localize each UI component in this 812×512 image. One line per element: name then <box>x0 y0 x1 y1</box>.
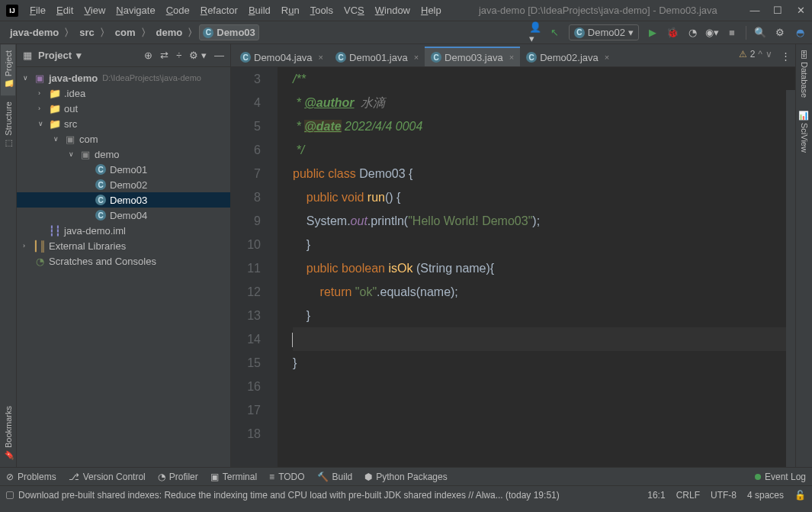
close-tab-icon[interactable]: × <box>319 53 323 62</box>
menu-help[interactable]: Help <box>416 5 447 16</box>
close-tab-icon[interactable]: × <box>509 53 514 62</box>
project-tree[interactable]: ∨▣java-demoD:\IdeaProjects\java-demo ›📁.… <box>17 67 230 467</box>
breadcrumb-item[interactable]: java-demo <box>6 24 63 40</box>
line-separator[interactable]: CRLF <box>676 490 700 501</box>
tool-tab-structure[interactable]: ⬚Structure <box>1 95 15 155</box>
settings-icon[interactable]: ⚙ <box>774 27 786 39</box>
editor-tab[interactable]: CDemo04.java× <box>234 47 329 66</box>
stop-button[interactable]: ■ <box>726 27 738 39</box>
build-icon[interactable]: ↖ <box>549 27 561 39</box>
caret-position[interactable]: 16:1 <box>647 490 665 501</box>
tool-tab-database[interactable]: 🗄Database <box>796 44 812 104</box>
options-icon[interactable]: ⚙ ▾ <box>189 50 207 61</box>
sidebar-title[interactable]: Project ▾ <box>38 50 82 61</box>
text-caret <box>292 333 293 347</box>
tree-scratches[interactable]: ◔Scratches and Consoles <box>17 253 230 269</box>
expand-icon[interactable]: ⇄ <box>160 50 168 61</box>
tree-folder-src[interactable]: ∨📁src <box>17 116 230 131</box>
menu-edit[interactable]: Edit <box>51 5 79 16</box>
editor-tab[interactable]: CDemo02.java× <box>520 47 615 66</box>
menu-run[interactable]: Run <box>276 5 305 16</box>
bottom-tool-bar: ⊘Problems ⎇Version Control ◔Profiler ▣Te… <box>0 467 812 485</box>
bottom-tab-todo[interactable]: ≡TODO <box>269 472 304 482</box>
tree-root[interactable]: ∨▣java-demoD:\IdeaProjects\java-demo <box>17 70 230 85</box>
tree-file-demo01[interactable]: CDemo01 <box>17 162 230 177</box>
class-icon: C <box>574 27 585 38</box>
tree-folder-out[interactable]: ›📁out <box>17 101 230 116</box>
code-editor[interactable]: 3456789101112131415161718 /** * @author … <box>231 67 795 467</box>
editor-tabs: CDemo04.java× CDemo01.java× CDemo03.java… <box>231 44 795 67</box>
inspection-badge[interactable]: ⚠2 ^ ∨ <box>739 49 772 60</box>
run-button[interactable]: ▶ <box>647 27 659 39</box>
project-pane-icon: ▦ <box>23 50 32 61</box>
ide-icon[interactable]: ◓ <box>794 27 806 39</box>
tree-file-demo04[interactable]: CDemo04 <box>17 208 230 223</box>
sidebar-header: ▦ Project ▾ ⊕ ⇄ ÷ ⚙ ▾ — <box>17 44 230 67</box>
menu-tools[interactable]: Tools <box>305 5 339 16</box>
bottom-tab-problems[interactable]: ⊘Problems <box>6 472 56 482</box>
bottom-tab-vcs[interactable]: ⎇Version Control <box>69 472 146 482</box>
file-encoding[interactable]: UTF-8 <box>711 490 737 501</box>
breadcrumb-item[interactable]: com <box>111 24 140 40</box>
close-button[interactable]: ✕ <box>795 5 806 16</box>
run-config-selector[interactable]: CDemo02 ▾ <box>569 24 639 40</box>
bottom-tab-terminal[interactable]: ▣Terminal <box>210 472 257 482</box>
menu-view[interactable]: View <box>79 5 111 16</box>
tree-file-iml[interactable]: ┇┇java-demo.iml <box>17 223 230 238</box>
tree-file-demo02[interactable]: CDemo02 <box>17 177 230 192</box>
search-icon[interactable]: 🔍 <box>754 27 766 39</box>
menu-refactor[interactable]: Refactor <box>195 5 243 16</box>
maximize-button[interactable]: ☐ <box>772 5 783 16</box>
code-content[interactable]: /** * @author 水滴 * @date 2022/4/4 0004 *… <box>278 67 795 467</box>
status-menu-icon[interactable] <box>6 491 14 499</box>
readonly-icon[interactable]: 🔓 <box>794 490 806 501</box>
tree-folder-idea[interactable]: ›📁.idea <box>17 85 230 101</box>
menu-vcs[interactable]: VCS <box>339 5 370 16</box>
menu-file[interactable]: File <box>24 5 51 16</box>
bottom-tab-build[interactable]: 🔨Build <box>317 472 353 482</box>
indent-setting[interactable]: 4 spaces <box>747 490 784 501</box>
menu-navigate[interactable]: Navigate <box>111 5 160 16</box>
tool-tab-bookmarks[interactable]: 🔖Bookmarks <box>1 400 15 467</box>
close-tab-icon[interactable]: × <box>414 53 419 62</box>
editor-tab[interactable]: CDemo01.java× <box>329 47 425 66</box>
tree-file-demo03[interactable]: CDemo03 <box>17 192 230 208</box>
build-icon: 🔨 <box>317 472 329 482</box>
menu-build[interactable]: Build <box>243 5 276 16</box>
user-icon[interactable]: 👤▾ <box>529 27 541 39</box>
debug-button[interactable]: 🐞 <box>666 27 679 39</box>
menu-code[interactable]: Code <box>161 5 195 16</box>
tab-overflow-icon[interactable]: ⋮ <box>781 50 791 62</box>
window-title: java-demo [D:\IdeaProjects\java-demo] - … <box>447 5 749 16</box>
bottom-tab-profiler[interactable]: ◔Profiler <box>158 472 198 482</box>
terminal-icon: ▣ <box>210 472 219 482</box>
tree-package-com[interactable]: ∨▣com <box>17 131 230 147</box>
editor-tab-active[interactable]: CDemo03.java× <box>425 47 520 66</box>
breadcrumb-item[interactable]: demo <box>152 24 187 40</box>
breadcrumb-item[interactable]: src <box>75 24 98 40</box>
breadcrumb-item-current[interactable]: CDemo03 <box>199 24 259 40</box>
menu-window[interactable]: Window <box>370 5 416 16</box>
close-tab-icon[interactable]: × <box>605 53 609 62</box>
coverage-button[interactable]: ◔ <box>686 27 698 39</box>
profiler-icon: ◔ <box>158 472 165 482</box>
hide-icon[interactable]: — <box>214 50 224 61</box>
minimize-button[interactable]: — <box>749 5 760 16</box>
collapse-icon[interactable]: ÷ <box>176 50 181 61</box>
navbar: java-demo〉 src〉 com〉 demo〉 CDemo03 👤▾ ↖ … <box>0 21 812 44</box>
locate-icon[interactable]: ⊕ <box>144 50 152 61</box>
tool-tab-project[interactable]: 📁Project <box>1 44 15 95</box>
class-icon: C <box>203 27 213 38</box>
class-icon: C <box>526 52 537 63</box>
tree-external-libraries[interactable]: ›┃║External Libraries <box>17 238 230 253</box>
line-numbers: 3456789101112131415161718 <box>231 67 278 467</box>
main-area: 📁Project ⬚Structure 🔖Bookmarks ▦ Project… <box>0 44 812 467</box>
event-log-button[interactable]: Event Log <box>755 472 806 482</box>
tool-tab-sciview[interactable]: 📊SciView <box>796 104 812 159</box>
class-icon: C <box>240 52 251 63</box>
editor-scrollbar[interactable] <box>786 90 795 467</box>
bottom-tab-python[interactable]: ⬢Python Packages <box>364 472 447 482</box>
tree-package-demo[interactable]: ∨▣demo <box>17 147 230 162</box>
vcs-icon: ⎇ <box>69 472 79 482</box>
profile-button[interactable]: ◉▾ <box>706 27 718 39</box>
